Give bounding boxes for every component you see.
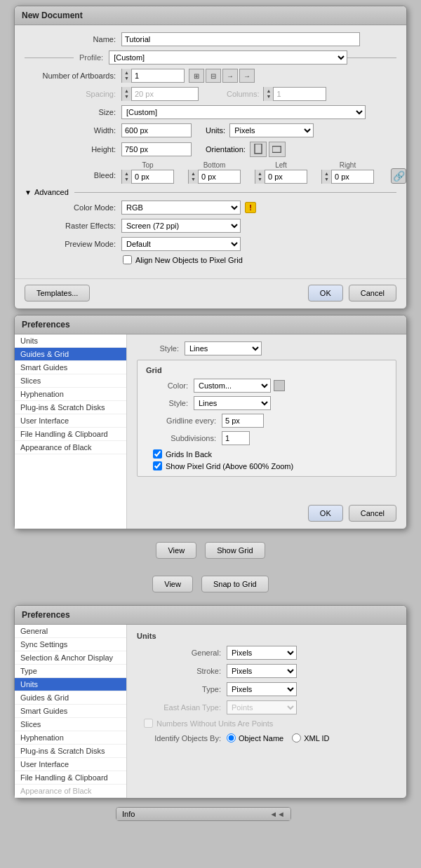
show-pixel-grid-checkbox[interactable]	[153, 461, 162, 470]
bleed-top-value: 0 px	[132, 171, 167, 182]
collapse-icon[interactable]: ◄◄	[269, 810, 285, 818]
sidebar2-general[interactable]: General	[15, 625, 126, 638]
profile-label: Profile:	[74, 53, 109, 62]
guides-style-select[interactable]: Lines	[185, 341, 262, 355]
portrait-button[interactable]	[250, 142, 267, 157]
show-grid-row: View Show Grid	[153, 539, 267, 562]
stroke-units-select[interactable]: Pixels	[227, 664, 297, 678]
guides-style-row: Style: Lines	[137, 341, 396, 355]
height-input[interactable]	[121, 142, 192, 156]
general-units-select[interactable]: Pixels	[227, 646, 297, 660]
sidebar2-slices[interactable]: Slices	[15, 718, 126, 731]
columns-arrows[interactable]: ▲ ▼	[264, 87, 274, 101]
info-panel-label: Info	[122, 810, 135, 818]
profile-select[interactable]: [Custom]	[109, 50, 347, 65]
prefs-cancel-button-1[interactable]: Cancel	[349, 505, 396, 522]
sidebar2-selection[interactable]: Selection & Anchor Display	[15, 651, 126, 665]
align-checkbox[interactable]	[123, 255, 132, 264]
spacing-spinner[interactable]: ▲ ▼ 20 px	[121, 87, 199, 101]
artboards-up-arrow[interactable]: ▲	[122, 70, 131, 76]
prefs-ok-button-1[interactable]: OK	[308, 505, 343, 522]
object-name-radio[interactable]	[227, 733, 236, 742]
advanced-toggle[interactable]: ▼ Advanced	[25, 188, 396, 196]
artboards-row: Number of Artboards: ▲ ▼ 1 ⊞ ⊟ → →	[25, 69, 396, 83]
templates-button[interactable]: Templates...	[25, 285, 90, 301]
spacing-arrows[interactable]: ▲ ▼	[122, 87, 132, 101]
grid-color-swatch	[274, 380, 285, 391]
grid-color-row: Color: Custom...	[146, 379, 387, 393]
ok-button[interactable]: OK	[308, 285, 343, 301]
sidebar-item-smart-guides[interactable]: Smart Guides	[15, 361, 126, 374]
snap-to-grid-button[interactable]: Snap to Grid	[201, 576, 269, 592]
info-panel-wrapper: Info ◄◄	[0, 804, 421, 824]
sidebar-item-file-handling[interactable]: File Handling & Clipboard	[15, 428, 126, 441]
preferences-layout-2: General Sync Settings Selection & Anchor…	[15, 625, 406, 798]
preview-mode-select[interactable]: Default	[121, 237, 241, 251]
bleed-link-button[interactable]: 🔗	[391, 168, 406, 184]
artboards-spinner[interactable]: ▲ ▼ 1	[121, 69, 185, 83]
name-input[interactable]	[121, 32, 360, 46]
grid-color-select[interactable]: Custom...	[194, 379, 271, 393]
gridline-input[interactable]	[222, 414, 264, 428]
xml-id-radio[interactable]	[292, 733, 301, 742]
view-button-1[interactable]: View	[156, 542, 196, 559]
numbers-checkbox-label: Numbers Without Units Are Points	[156, 719, 273, 728]
object-name-option[interactable]: Object Name	[227, 733, 283, 742]
preview-mode-row: Preview Mode: Default	[25, 237, 396, 251]
artboards-arrows[interactable]: ▲ ▼	[122, 69, 132, 83]
artboard-arrow-icon[interactable]: →	[222, 69, 238, 83]
landscape-button[interactable]	[269, 142, 286, 157]
color-mode-select[interactable]: RGB	[121, 201, 241, 215]
sidebar-item-appearance[interactable]: Appearance of Black	[15, 441, 126, 454]
cancel-button[interactable]: Cancel	[349, 285, 396, 301]
stroke-units-label: Stroke:	[137, 667, 221, 675]
grids-in-back-checkbox[interactable]	[153, 449, 162, 459]
numbers-checkbox-row: Numbers Without Units Are Points	[137, 719, 396, 728]
sidebar2-type[interactable]: Type	[15, 665, 126, 678]
sidebar-item-plugins[interactable]: Plug-ins & Scratch Disks	[15, 401, 126, 414]
sidebar2-plugins[interactable]: Plug-ins & Scratch Disks	[15, 745, 126, 758]
view-button-2[interactable]: View	[152, 576, 193, 592]
sidebar-item-guides-grid[interactable]: Guides & Grid	[15, 348, 126, 361]
sidebar2-units[interactable]: Units	[15, 678, 126, 691]
size-select[interactable]: [Custom]	[121, 105, 366, 119]
type-units-select[interactable]: Pixels	[227, 682, 297, 696]
grid-style-select[interactable]: Lines	[194, 396, 271, 410]
new-document-title: New Document	[15, 6, 406, 25]
artboard-grid2-icon[interactable]: ⊟	[206, 69, 221, 83]
type-units-row: Type: Pixels	[137, 682, 396, 696]
columns-spinner[interactable]: ▲ ▼ 1	[263, 87, 326, 101]
bleed-left-spinner[interactable]: ▲ ▼ 0 px	[255, 170, 307, 184]
sidebar-item-slices[interactable]: Slices	[15, 374, 126, 388]
sidebar-item-units[interactable]: Units	[15, 334, 126, 348]
width-input[interactable]	[121, 123, 192, 137]
units-select[interactable]: Pixels	[229, 123, 314, 137]
show-grid-button[interactable]: Show Grid	[205, 542, 265, 559]
sidebar2-appearance[interactable]: Appearance of Black	[15, 785, 126, 798]
artboard-right-icon[interactable]: →	[239, 69, 255, 83]
artboards-down-arrow[interactable]: ▼	[122, 76, 131, 81]
bleed-bottom-spinner[interactable]: ▲ ▼ 0 px	[188, 170, 241, 184]
color-mode-row: Color Mode: RGB !	[25, 201, 396, 215]
sidebar2-sync-settings[interactable]: Sync Settings	[15, 638, 126, 651]
raster-effects-select[interactable]: Screen (72 ppi)	[121, 219, 241, 233]
orientation-label: Orientation:	[206, 145, 246, 154]
artboards-label: Number of Artboards:	[25, 72, 116, 80]
sidebar2-hyphenation[interactable]: Hyphenation	[15, 731, 126, 745]
artboard-grid-icon[interactable]: ⊞	[189, 69, 204, 83]
sidebar2-ui[interactable]: User Interface	[15, 758, 126, 771]
sidebar2-smart-guides[interactable]: Smart Guides	[15, 705, 126, 718]
show-pixel-grid-label: Show Pixel Grid (Above 600% Zoom)	[166, 462, 293, 470]
sidebar2-file-handling[interactable]: File Handling & Clipboard	[15, 771, 126, 785]
subdivisions-input[interactable]	[222, 431, 250, 445]
sidebar-item-ui[interactable]: User Interface	[15, 414, 126, 428]
bleed-top-spinner[interactable]: ▲ ▼ 0 px	[121, 170, 174, 184]
identify-label: Identify Objects By:	[137, 734, 221, 742]
sidebar2-guides-grid[interactable]: Guides & Grid	[15, 691, 126, 705]
type-units-label: Type:	[137, 685, 221, 693]
bleed-right-spinner[interactable]: ▲ ▼ 0 px	[321, 170, 374, 184]
bleed-top-bottom: Top ▲ ▼ 0 px Bottom	[121, 161, 406, 184]
bleed-label: Bleed:	[25, 161, 116, 179]
xml-id-option[interactable]: XML ID	[292, 733, 329, 742]
sidebar-item-hyphenation[interactable]: Hyphenation	[15, 388, 126, 401]
